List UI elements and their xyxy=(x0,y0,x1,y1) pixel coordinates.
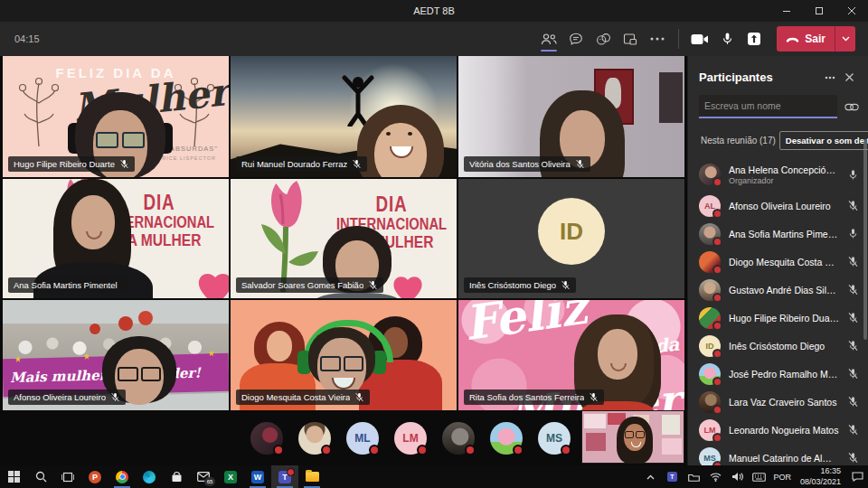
close-button[interactable] xyxy=(835,0,868,22)
camera-button[interactable] xyxy=(686,26,713,52)
taskbar-powerpoint[interactable]: P xyxy=(81,465,108,488)
maximize-button[interactable] xyxy=(803,0,835,22)
action-center-button[interactable] xyxy=(846,465,868,488)
video-tile-rui[interactable]: Rui Manuel Dourado Ferraz xyxy=(231,56,457,177)
flower-doodle-icon xyxy=(19,76,59,148)
tray-folder-icon[interactable] xyxy=(683,465,704,488)
taskbar-chrome[interactable] xyxy=(108,465,136,488)
camera-icon xyxy=(691,33,709,45)
mic-status-icon[interactable] xyxy=(847,396,859,408)
meeting-toolbar: 04:15 Sair xyxy=(0,22,868,56)
taskbar-search-button[interactable] xyxy=(27,465,54,488)
video-tile-salvador[interactable]: DIA INTERNACIONAL DA MULHER Salvador Soa… xyxy=(231,179,457,298)
mic-status-icon[interactable] xyxy=(847,200,859,211)
volume-icon[interactable] xyxy=(726,465,748,488)
participant-row[interactable]: LM Leonardo Nogueira Matos xyxy=(688,416,868,444)
excel-icon: X xyxy=(224,471,237,483)
taskbar-word[interactable]: W xyxy=(244,465,271,488)
breakout-rooms-icon xyxy=(623,33,637,46)
video-tile-afonso[interactable]: Mais mulheres no poder! Afonso Oliveira … xyxy=(3,300,229,410)
task-view-button[interactable] xyxy=(54,465,81,488)
mute-all-button[interactable]: Desativar o som de todos xyxy=(779,131,868,150)
taskbar-teams[interactable]: T xyxy=(271,465,298,488)
mic-status-icon[interactable] xyxy=(847,424,859,436)
participant-row[interactable]: Diogo Mesquita Costa Vieira xyxy=(688,248,868,276)
task-view-icon xyxy=(61,472,74,483)
participant-row[interactable]: Ana Sofia Martins Pimentel xyxy=(688,220,868,248)
participant-avatar[interactable] xyxy=(442,422,475,455)
participant-row[interactable]: Ana Helena Concepción Brás ... Organizad… xyxy=(688,157,868,192)
participant-row[interactable]: José Pedro Ramalho Mendes ... xyxy=(688,360,868,388)
language-indicator[interactable]: POR xyxy=(769,473,795,482)
participant-row[interactable]: Hugo Filipe Ribeiro Duarte xyxy=(688,304,868,332)
reactions-button[interactable] xyxy=(590,26,617,52)
video-tile-vitoria[interactable]: Vitória dos Santos Oliveira xyxy=(458,56,684,177)
participant-avatar[interactable] xyxy=(490,422,523,455)
share-icon xyxy=(747,32,761,46)
wifi-icon[interactable] xyxy=(704,465,726,488)
participant-avatar-ml[interactable]: ML xyxy=(346,422,379,455)
start-button[interactable] xyxy=(0,465,27,488)
video-tile-ines[interactable]: ID Inês Crisóstomo Diego xyxy=(458,179,684,298)
participants-button[interactable] xyxy=(535,26,562,52)
heart-icon xyxy=(194,269,229,298)
participant-avatar[interactable] xyxy=(298,422,331,455)
hang-up-icon xyxy=(786,35,799,42)
chat-button[interactable] xyxy=(562,26,590,52)
mic-status-icon[interactable] xyxy=(847,340,859,352)
participant-row[interactable]: Lara Vaz Craveiro Santos xyxy=(688,388,868,416)
avatar: LM xyxy=(699,419,721,441)
microphone-icon xyxy=(721,32,734,46)
participants-panel: Participantes Nesta reunião (17) Desativ… xyxy=(687,56,868,465)
participant-avatar-lm[interactable]: LM xyxy=(394,422,427,455)
taskbar-edge[interactable] xyxy=(136,465,163,488)
mic-status-icon[interactable] xyxy=(847,284,859,296)
mic-status-icon[interactable] xyxy=(847,169,859,181)
panel-scrollbar[interactable] xyxy=(863,139,867,340)
tray-expand-button[interactable] xyxy=(639,465,661,488)
participant-row[interactable]: AL Afonso Oliveira Loureiro xyxy=(688,192,868,220)
word-icon: W xyxy=(251,471,264,483)
search-icon xyxy=(35,471,47,483)
participant-row[interactable]: Gustavo André Dias Silva Ferr... xyxy=(688,276,868,304)
breakout-rooms-button[interactable] xyxy=(617,26,644,52)
taskbar-explorer[interactable] xyxy=(298,465,326,488)
avatar xyxy=(699,164,721,185)
taskbar-clock[interactable]: 16:35 08/03/2021 xyxy=(795,466,846,487)
toolbar-divider xyxy=(678,29,679,49)
minimize-button[interactable] xyxy=(770,0,803,22)
panel-close-button[interactable] xyxy=(840,70,859,84)
microphone-button[interactable] xyxy=(713,26,741,52)
mic-status-icon[interactable] xyxy=(847,228,859,239)
search-participant-input[interactable] xyxy=(699,95,837,118)
video-tile-diogo[interactable]: Diogo Mesquita Costa Vieira xyxy=(231,300,457,410)
tile-name-label: Salvador Soares Gomes Fabião xyxy=(236,277,383,293)
taskbar-excel[interactable]: X xyxy=(217,465,244,488)
mic-status-icon[interactable] xyxy=(847,256,859,267)
touch-keyboard-icon[interactable] xyxy=(748,465,769,488)
leave-button[interactable]: Sair xyxy=(777,26,855,52)
leave-options-chevron[interactable] xyxy=(835,26,855,52)
taskbar-store[interactable] xyxy=(163,465,190,488)
tile-name-label: Afonso Oliveira Loureiro xyxy=(8,389,126,405)
share-button[interactable] xyxy=(741,26,768,52)
tile-name-label: Ana Sofia Martins Pimentel xyxy=(8,277,127,293)
tray-teams-icon[interactable]: T xyxy=(661,465,683,488)
video-tile-rita[interactable]: Feliz dia da Mulher Rita Sofia dos Santo… xyxy=(458,300,684,410)
mic-status-icon[interactable] xyxy=(847,368,859,380)
participant-avatar[interactable] xyxy=(250,422,283,455)
video-tile-hugo[interactable]: FELIZ DIA DA Mulher "GENS ABSURDAS" CLAR… xyxy=(3,56,229,177)
mic-status-icon[interactable] xyxy=(847,312,859,324)
mic-status-icon[interactable] xyxy=(847,452,859,464)
video-tile-ana-sofia[interactable]: DIA INTERNACIONAL DA MULHER Ana Sofia Ma… xyxy=(3,179,229,298)
participant-row[interactable]: ID Inês Crisóstomo Diego xyxy=(688,332,868,360)
participant-avatar-ms[interactable]: MS xyxy=(538,422,571,455)
copy-link-icon[interactable] xyxy=(844,103,859,111)
self-view-video[interactable] xyxy=(581,410,684,464)
more-options-button[interactable] xyxy=(644,26,671,52)
tile-name-label: Rita Sofia dos Santos Ferreira xyxy=(464,389,604,405)
taskbar-mail[interactable]: 65 xyxy=(190,465,217,488)
meeting-timer: 04:15 xyxy=(14,33,40,44)
video-grid: FELIZ DIA DA Mulher "GENS ABSURDAS" CLAR… xyxy=(3,56,684,410)
panel-more-button[interactable] xyxy=(820,74,840,81)
